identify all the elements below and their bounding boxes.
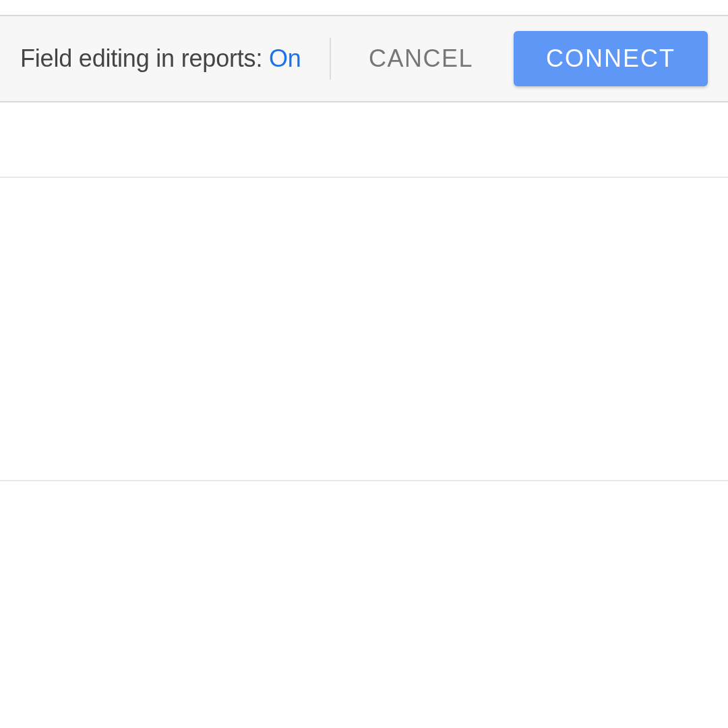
field-editing-toggle[interactable]: Field editing in reports: On — [20, 44, 301, 73]
header-bar: Field editing in reports: On CANCEL CONN… — [0, 15, 728, 102]
header-actions: CANCEL CONNECT — [369, 31, 708, 86]
field-editing-label: Field editing in reports: — [20, 44, 269, 72]
cancel-button[interactable]: CANCEL — [369, 44, 473, 73]
vertical-divider — [330, 38, 331, 80]
field-editing-status: On — [269, 44, 301, 72]
section-gap — [0, 102, 728, 178]
middle-section — [0, 178, 728, 481]
connect-button[interactable]: CONNECT — [514, 31, 708, 86]
top-strip — [0, 0, 728, 15]
